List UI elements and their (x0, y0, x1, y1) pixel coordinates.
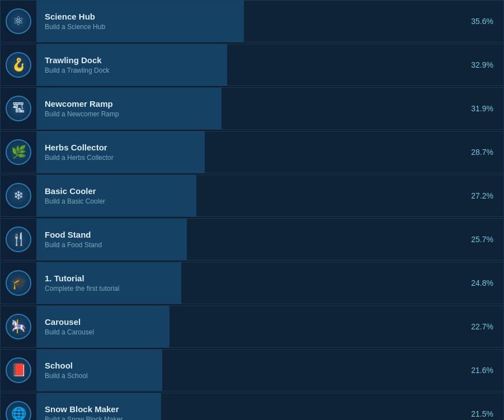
desc-trawling-dock: Build a Trawling Dock (45, 67, 451, 74)
icon-basic-cooler: ❄ (6, 183, 31, 209)
icon-wrap-basic-cooler: ❄ (1, 174, 37, 217)
percent-herbs-collector: 28.7% (459, 148, 503, 157)
achievement-row-trawling-dock[interactable]: 🪝Trawling DockBuild a Trawling Dock32.9% (0, 44, 504, 86)
icon-wrap-science-hub: ⚛ (1, 0, 37, 43)
desc-herbs-collector: Build a Herbs Collector (45, 154, 451, 162)
desc-science-hub: Build a Science Hub (45, 23, 451, 31)
content-basic-cooler: Basic CoolerBuild a Basic Cooler (37, 186, 459, 205)
desc-tutorial: Complete the first tutorial (45, 285, 451, 292)
icon-food-stand: 🍴 (6, 226, 31, 252)
title-science-hub: Science Hub (45, 12, 451, 21)
percent-carousel: 22.7% (459, 322, 503, 331)
title-school: School (45, 361, 451, 370)
percent-school: 21.6% (459, 366, 503, 375)
achievement-row-basic-cooler[interactable]: ❄Basic CoolerBuild a Basic Cooler27.2% (0, 174, 504, 217)
desc-basic-cooler: Build a Basic Cooler (45, 197, 451, 205)
title-carousel: Carousel (45, 317, 451, 327)
desc-snow-block-maker: Build a Snow Block Maker (45, 416, 451, 420)
achievement-list: ⚛Science HubBuild a Science Hub35.6%🪝Tra… (0, 0, 504, 420)
achievement-row-snow-block-maker[interactable]: 🌐Snow Block MakerBuild a Snow Block Make… (0, 393, 504, 420)
title-food-stand: Food Stand (45, 230, 451, 239)
content-food-stand: Food StandBuild a Food Stand (37, 230, 459, 249)
title-snow-block-maker: Snow Block Maker (45, 404, 451, 414)
content-snow-block-maker: Snow Block MakerBuild a Snow Block Maker (37, 404, 459, 420)
percent-food-stand: 25.7% (459, 235, 503, 244)
icon-wrap-school: 📕 (1, 349, 37, 391)
title-trawling-dock: Trawling Dock (45, 55, 451, 65)
content-trawling-dock: Trawling DockBuild a Trawling Dock (37, 55, 459, 74)
percent-trawling-dock: 32.9% (459, 60, 503, 69)
content-herbs-collector: Herbs CollectorBuild a Herbs Collector (37, 143, 459, 162)
achievement-row-food-stand[interactable]: 🍴Food StandBuild a Food Stand25.7% (0, 218, 504, 261)
desc-newcomer-ramp: Build a Newcomer Ramp (45, 110, 451, 118)
percent-basic-cooler: 27.2% (459, 191, 503, 200)
title-basic-cooler: Basic Cooler (45, 186, 451, 196)
percent-newcomer-ramp: 31.9% (459, 104, 503, 113)
icon-newcomer-ramp: 🏗 (6, 96, 31, 121)
icon-tutorial: 🎓 (6, 270, 31, 296)
achievement-row-science-hub[interactable]: ⚛Science HubBuild a Science Hub35.6% (0, 0, 504, 43)
achievement-row-newcomer-ramp[interactable]: 🏗Newcomer RampBuild a Newcomer Ramp31.9% (0, 87, 504, 130)
achievement-row-carousel[interactable]: 🎠CarouselBuild a Carousel22.7% (0, 305, 504, 348)
desc-carousel: Build a Carousel (45, 328, 451, 336)
icon-wrap-food-stand: 🍴 (1, 218, 37, 261)
title-herbs-collector: Herbs Collector (45, 143, 451, 152)
achievement-row-tutorial[interactable]: 🎓1. TutorialComplete the first tutorial2… (0, 262, 504, 304)
desc-food-stand: Build a Food Stand (45, 241, 451, 249)
icon-trawling-dock: 🪝 (6, 52, 31, 78)
achievement-row-herbs-collector[interactable]: 🌿Herbs CollectorBuild a Herbs Collector2… (0, 131, 504, 173)
icon-science-hub: ⚛ (6, 8, 31, 34)
title-newcomer-ramp: Newcomer Ramp (45, 99, 451, 108)
title-tutorial: 1. Tutorial (45, 273, 451, 283)
icon-carousel: 🎠 (6, 314, 31, 339)
content-tutorial: 1. TutorialComplete the first tutorial (37, 273, 459, 292)
icon-wrap-tutorial: 🎓 (1, 262, 37, 304)
icon-herbs-collector: 🌿 (6, 139, 31, 165)
icon-wrap-herbs-collector: 🌿 (1, 131, 37, 173)
achievement-row-school[interactable]: 📕SchoolBuild a School21.6% (0, 349, 504, 391)
icon-wrap-snow-block-maker: 🌐 (1, 393, 37, 420)
icon-school: 📕 (6, 357, 31, 383)
content-school: SchoolBuild a School (37, 361, 459, 380)
content-carousel: CarouselBuild a Carousel (37, 317, 459, 336)
icon-snow-block-maker: 🌐 (6, 401, 31, 420)
icon-wrap-trawling-dock: 🪝 (1, 44, 37, 86)
percent-tutorial: 24.8% (459, 279, 503, 287)
percent-snow-block-maker: 21.5% (459, 409, 503, 418)
content-newcomer-ramp: Newcomer RampBuild a Newcomer Ramp (37, 99, 459, 118)
icon-wrap-carousel: 🎠 (1, 305, 37, 348)
icon-wrap-newcomer-ramp: 🏗 (1, 87, 37, 130)
percent-science-hub: 35.6% (459, 17, 503, 26)
content-science-hub: Science HubBuild a Science Hub (37, 12, 459, 31)
desc-school: Build a School (45, 372, 451, 380)
